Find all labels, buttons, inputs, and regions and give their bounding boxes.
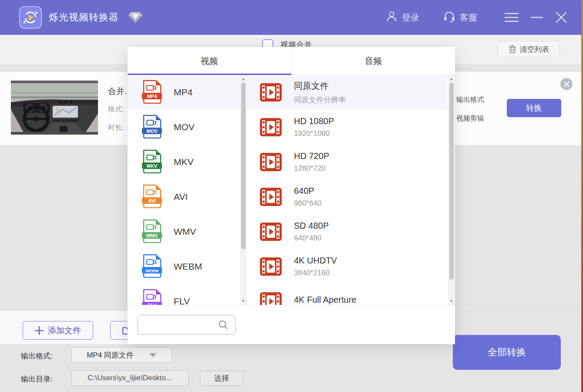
resolution-subtitle: 1280*720 [294, 164, 329, 173]
resolution-item-1080p[interactable]: HD 1080P 1920*1080 [247, 110, 447, 145]
format-label: MOV [174, 122, 195, 132]
convert-button[interactable]: 转换 [507, 99, 561, 117]
scrollbar-thumb[interactable] [449, 83, 454, 280]
close-icon [564, 81, 570, 87]
convert-all-button[interactable]: 全部转换 [453, 335, 561, 370]
output-format-label: 输出格式: [21, 351, 53, 361]
film-icon [260, 83, 282, 101]
chevron-down-icon [149, 353, 156, 357]
file-duration-label: 时长: [108, 123, 124, 132]
user-icon [386, 10, 398, 24]
resolution-title: HD 1080P [294, 116, 334, 126]
app-logo-icon [19, 6, 42, 29]
desktop-edge-strip [581, 0, 583, 392]
resolution-item-720p[interactable]: HD 720P 1280*720 [247, 145, 447, 179]
menu-button[interactable] [504, 11, 519, 24]
format-search-input[interactable] [138, 315, 236, 335]
headset-icon [443, 10, 455, 25]
film-icon [260, 118, 282, 136]
scrollbar-thumb[interactable] [241, 83, 246, 249]
film-icon [260, 257, 282, 276]
clear-list-button[interactable]: 清空列表 [498, 41, 560, 57]
format-label: WEBM [174, 261, 202, 272]
row-video-edit-label: 视频剪辑 [456, 114, 484, 123]
resolution-title: 4K Full Aperture [294, 295, 356, 305]
resolution-title: 同原文件 [294, 80, 346, 92]
resolution-title: SD 480P [294, 221, 329, 231]
format-item-mov[interactable]: MOV MOV [128, 110, 240, 145]
row-output-format-label: 输出格式 [456, 95, 484, 105]
format-item-flv[interactable]: FLV FLV [128, 284, 240, 305]
wmv-file-icon: WMV [141, 219, 163, 245]
resolution-item-4k-uhdtv[interactable]: 4K UHDTV 3840*2160 [247, 249, 447, 284]
svg-text:MOV: MOV [146, 128, 158, 134]
mov-file-icon: MOV [141, 114, 163, 140]
minimize-button[interactable] [529, 11, 544, 24]
svg-text:WMV: WMV [146, 233, 158, 238]
resolution-title: 4K UHDTV [294, 256, 337, 266]
support-button[interactable]: 客服 [443, 0, 477, 35]
resolution-item-480p[interactable]: SD 480P 640*480 [247, 214, 447, 249]
output-format-popup: 视频 音频 MP4 MP4 MOV MOV MKV MK [128, 47, 455, 344]
login-button[interactable]: 登录 [386, 0, 419, 35]
popup-footer [128, 305, 455, 344]
scroll-up-arrow[interactable]: ▲ [448, 76, 455, 82]
choose-dir-button[interactable]: 选择 [200, 371, 243, 386]
svg-text:WEBM: WEBM [145, 268, 158, 273]
resolution-subtitle: 960*640 [294, 199, 321, 208]
merge-checkbox[interactable] [262, 39, 273, 47]
tab-video[interactable]: 视频 [128, 47, 291, 75]
tab-audio[interactable]: 音频 [291, 47, 455, 75]
resolution-list: 同原文件 同原文件分辨率 HD 1080P 1920*1080 HD 720 [247, 75, 447, 305]
merge-checkbox-label: 视频合并 [280, 40, 312, 47]
format-item-wmv[interactable]: WMV WMV [128, 214, 240, 249]
trash-icon [509, 45, 516, 54]
resolution-item-640p[interactable]: 640P 960*640 [247, 179, 447, 214]
plus-icon [35, 326, 44, 335]
avi-file-icon: AVI [141, 184, 163, 210]
add-files-button[interactable]: 添加文件 [23, 321, 93, 340]
file-title: 合并. [108, 86, 127, 97]
resolution-subtitle: 1920*1080 [294, 129, 334, 138]
resolution-item-4k-full-aperture[interactable]: 4K Full Aperture [247, 284, 447, 305]
resolution-title: 640P [294, 186, 321, 196]
scroll-up-arrow[interactable]: ▲ [240, 76, 247, 82]
mp4-file-icon: MP4 [141, 79, 163, 105]
file-format-label: 格式: [108, 105, 124, 114]
format-item-avi[interactable]: AVI AVI [128, 179, 240, 214]
film-icon [260, 292, 282, 305]
resolution-list-scrollbar: ▲ ▼ [448, 75, 455, 305]
popup-lists: MP4 MP4 MOV MOV MKV MKV AVI AVI [128, 75, 455, 305]
format-list-scrollbar: ▲ ▼ [240, 75, 247, 305]
resolution-item-original[interactable]: 同原文件 同原文件分辨率 [247, 75, 447, 110]
resolution-title: HD 720P [294, 151, 329, 161]
app-title: 烁光视频转换器 [49, 0, 119, 35]
format-label: MP4 [174, 87, 192, 98]
close-button[interactable] [554, 11, 569, 24]
scroll-down-arrow[interactable]: ▼ [240, 298, 247, 304]
format-label: AVI [174, 192, 188, 202]
scroll-down-arrow[interactable]: ▼ [448, 298, 455, 304]
format-item-webm[interactable]: WEBM WEBM [128, 249, 240, 284]
format-label: FLV [174, 296, 190, 305]
format-item-mkv[interactable]: MKV MKV [128, 145, 240, 179]
output-dir-field[interactable]: C:\Users\yx_lijie\Deskto... [71, 370, 189, 386]
format-label: WMV [174, 226, 196, 237]
merge-option-fragment: 视频合并 [262, 38, 349, 47]
webm-file-icon: WEBM [141, 253, 163, 280]
titlebar: 烁光视频转换器 登录 客服 [0, 0, 583, 35]
output-format-select[interactable]: MP4 同原文件 [71, 347, 172, 363]
vip-gem-icon[interactable] [128, 12, 143, 25]
mkv-file-icon: MKV [141, 149, 163, 175]
resolution-subtitle: 640*480 [294, 234, 329, 243]
remove-file-button[interactable] [560, 78, 573, 90]
support-label: 客服 [460, 12, 477, 24]
format-item-mp4[interactable]: MP4 MP4 [128, 75, 240, 110]
svg-text:AVI: AVI [148, 198, 156, 203]
film-icon [260, 223, 282, 241]
film-icon [260, 153, 282, 171]
output-dir-label: 输出目录: [21, 374, 53, 384]
flv-file-icon: FLV [141, 288, 163, 305]
format-list: MP4 MP4 MOV MOV MKV MKV AVI AVI [128, 75, 240, 305]
popup-tabs: 视频 音频 [128, 47, 455, 75]
